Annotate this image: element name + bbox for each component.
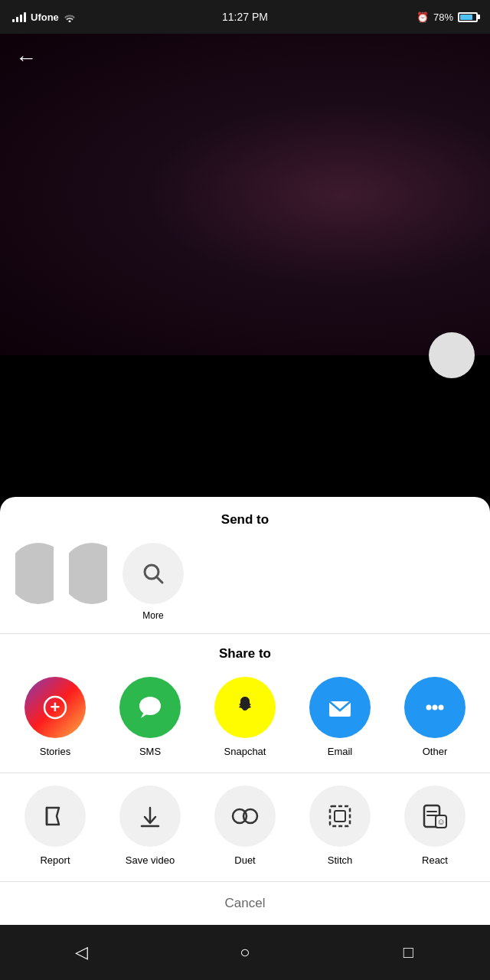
- svg-rect-15: [330, 806, 350, 826]
- partial-contact-1: [15, 543, 54, 604]
- email-label: Email: [328, 746, 353, 757]
- contacts-row: More: [0, 543, 490, 621]
- sms-label: SMS: [139, 746, 161, 757]
- nav-recents-button[interactable]: □: [389, 933, 427, 972]
- snapchat-label: Snapchat: [224, 746, 266, 757]
- status-right: ⏰ 78%: [416, 11, 478, 23]
- svg-text:+: +: [51, 697, 60, 717]
- nav-home-button[interactable]: ○: [226, 933, 264, 972]
- svg-point-4: [139, 697, 161, 715]
- floating-profile-circle: [429, 332, 475, 378]
- back-button[interactable]: ←: [15, 46, 37, 70]
- cancel-row[interactable]: Cancel: [0, 881, 490, 925]
- save-video-icon: [119, 786, 181, 847]
- stitch-icon: [309, 786, 371, 847]
- status-bar: Ufone 11:27 PM ⏰ 78%: [0, 0, 490, 34]
- bottom-sheet: Send to More Share to: [0, 497, 490, 925]
- save-video-label: Save video: [126, 854, 175, 866]
- more-search-item[interactable]: More: [122, 543, 184, 621]
- email-icon: [309, 677, 371, 738]
- duet-icon: [214, 786, 276, 847]
- search-avatar: [122, 543, 184, 604]
- stitch-label: Stitch: [328, 854, 353, 866]
- battery-icon: [458, 12, 478, 22]
- time-label: 11:27 PM: [222, 11, 268, 23]
- divider-2: [0, 773, 490, 773]
- cancel-label: Cancel: [225, 896, 266, 910]
- nav-bar: ◁ ○ □: [0, 925, 490, 980]
- other-icon: [404, 677, 466, 738]
- react-icon: ☺: [404, 786, 466, 847]
- svg-point-8: [433, 705, 438, 710]
- video-background: ←: [0, 34, 490, 355]
- stories-icon: +: [24, 677, 86, 738]
- action-row: Report Save video Duet: [0, 786, 490, 866]
- share-email-item[interactable]: Email: [302, 677, 378, 757]
- svg-point-7: [426, 705, 432, 710]
- alarm-icon: ⏰: [416, 11, 429, 23]
- action-report-item[interactable]: Report: [17, 786, 93, 866]
- partial-contact-2: [69, 543, 107, 604]
- battery-percent: 78%: [433, 11, 453, 23]
- share-sms-item[interactable]: SMS: [112, 677, 188, 757]
- sms-icon: [119, 677, 181, 738]
- status-left: Ufone: [12, 11, 76, 23]
- svg-line-1: [157, 577, 163, 583]
- divider-1: [0, 633, 490, 634]
- stories-label: Stories: [40, 746, 70, 757]
- svg-text:☺: ☺: [436, 817, 445, 826]
- nav-back-button[interactable]: ◁: [63, 933, 101, 972]
- report-icon: [24, 786, 86, 847]
- svg-point-9: [439, 705, 444, 710]
- share-stories-item[interactable]: + Stories: [17, 677, 93, 757]
- duet-label: Duet: [234, 854, 255, 866]
- send-to-title: Send to: [0, 512, 490, 528]
- carrier-label: Ufone: [31, 11, 59, 23]
- action-stitch-item[interactable]: Stitch: [302, 786, 378, 866]
- svg-point-14: [243, 809, 257, 823]
- share-snapchat-item[interactable]: Snapchat: [207, 677, 283, 757]
- share-row: + Stories SMS Snapchat: [0, 677, 490, 757]
- svg-rect-16: [335, 811, 345, 822]
- react-label: React: [422, 854, 448, 866]
- share-to-title: Share to: [0, 646, 490, 662]
- wifi-icon: [64, 12, 76, 22]
- other-label: Other: [423, 746, 448, 757]
- action-duet-item[interactable]: Duet: [207, 786, 283, 866]
- signal-icon: [12, 11, 26, 22]
- action-save-video-item[interactable]: Save video: [112, 786, 188, 866]
- report-label: Report: [40, 854, 70, 866]
- share-other-item[interactable]: Other: [397, 677, 473, 757]
- action-react-item[interactable]: ☺ React: [397, 786, 473, 866]
- snapchat-icon: [214, 677, 276, 738]
- more-label: More: [142, 610, 163, 621]
